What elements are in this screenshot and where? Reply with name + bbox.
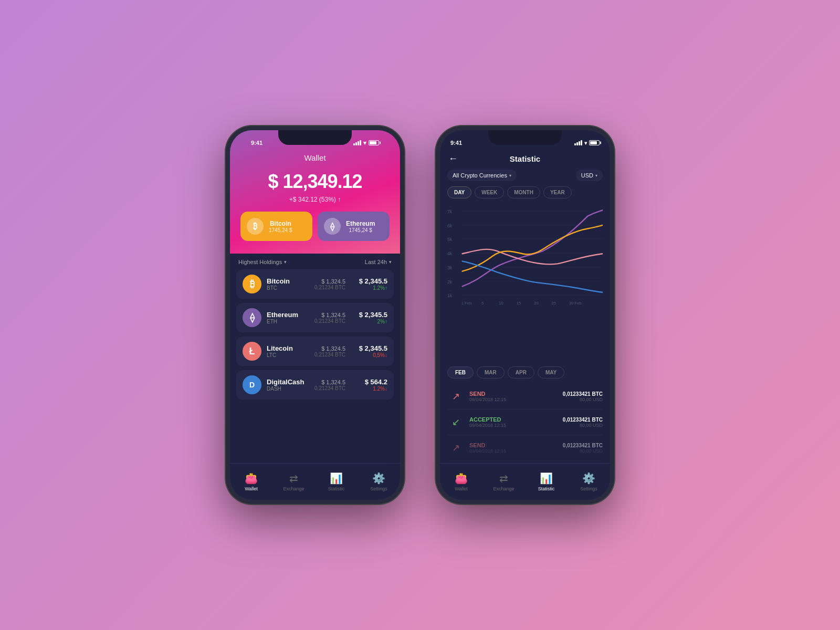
currency-filter[interactable]: All Crypto Currencies ▾ (447, 170, 517, 181)
period-tab-day[interactable]: DAY (447, 186, 471, 198)
bottom-nav-wallet: 👛 Wallet ⇄ Exchange 📊 Statistic ⚙️ Setti… (230, 463, 400, 500)
tx-type-1: ACCEPTED (469, 416, 558, 423)
bitcoin-card-val: 1745,24 $ (269, 227, 292, 233)
stat-nav-wallet[interactable]: 👛 Wallet (440, 472, 482, 491)
stat-title: Statistic (510, 154, 540, 163)
btc-amount: 0,21234 BTC (309, 285, 345, 290)
statistic-nav-label: Statistic (328, 486, 345, 491)
tx-send-icon-0: ↗ (447, 388, 464, 405)
eth-symbol: ETH (267, 319, 303, 324)
eth-right: $ 2,345.5 2%↑ (351, 311, 387, 324)
tx-date-1: 09/04/2018 12:15 (469, 423, 558, 428)
svg-text:25: 25 (552, 301, 556, 306)
month-tab-feb[interactable]: FEB (447, 366, 474, 379)
wallet-header: 9:41 ▾ Wallet $ 12,349.12 +$ 342.12 (53%… (230, 130, 400, 254)
svg-text:4k: 4k (447, 251, 453, 256)
wallet-nav-label: Wallet (245, 486, 258, 491)
tx-row-1[interactable]: ↙ ACCEPTED 09/04/2018 12:15 0,01233421 B… (447, 410, 603, 435)
eth-price1: $ 1,324.5 (309, 312, 345, 318)
tx-amount-0: 0,01233421 BTC 80,00 USD (563, 391, 603, 402)
ltc-icon: Ł (243, 342, 261, 361)
settings-nav-label: Settings (370, 486, 387, 491)
tx-date-2: 09/04/2018 12:15 (469, 448, 558, 454)
btc-mid: $ 1,324.5 0,21234 BTC (309, 278, 345, 290)
tx-row-2[interactable]: ↗ SEND 09/04/2018 12:15 0,01233421 BTC 8… (447, 435, 603, 461)
stat-battery-icon (589, 140, 600, 145)
tx-usd-2: 80,00 USD (563, 448, 603, 454)
currency-type-label: USD (581, 172, 593, 178)
stat-statistic-label: Statistic (538, 486, 555, 491)
svg-text:3k: 3k (447, 265, 453, 270)
btc-info: Bitcoin BTC (267, 277, 303, 291)
ethereum-card[interactable]: ⟠ Ethereum 1745,24 $ (318, 212, 390, 241)
tx-usd-1: 80,00 USD (563, 423, 603, 428)
dash-right: $ 564.2 1.2%↓ (351, 378, 387, 392)
eth-info: Ethereum ETH (267, 311, 303, 324)
btc-right: $ 2,345.5 1.2%↑ (351, 277, 387, 291)
ltc-info: Litecoin LTC (267, 344, 303, 358)
ltc-price2: $ 2,345.5 (351, 344, 387, 352)
coin-row-eth[interactable]: ⟠ Ethereum ETH $ 1,324.5 0,21234 BTC $ 2… (236, 303, 394, 332)
nav-statistic[interactable]: 📊 Statistic (315, 472, 358, 491)
bitcoin-card-info: Bitcoin 1745,24 $ (269, 220, 292, 233)
dash-change: 1.2%↓ (351, 386, 387, 392)
currency-chevron: ▾ (509, 173, 511, 178)
chart-area: 7k 6k 5k 4k 3k 2k 1k 1 Feb 5 10 15 (440, 202, 610, 363)
tx-accepted-icon-1: ↙ (447, 414, 464, 430)
month-tabs: FEB MAR APR MAY (440, 363, 610, 382)
coin-row-ltc[interactable]: Ł Litecoin LTC $ 1,324.5 0,21234 BTC $ 2… (236, 337, 394, 366)
month-tab-may[interactable]: MAY (538, 366, 564, 379)
bottom-nav-stat: 👛 Wallet ⇄ Exchange 📊 Statistic ⚙️ Setti… (440, 463, 610, 500)
tx-usd-0: 80,00 USD (563, 397, 603, 402)
time-chevron: ▾ (389, 259, 392, 265)
currency-type-chevron: ▾ (595, 173, 597, 178)
stat-nav-statistic[interactable]: 📊 Statistic (525, 472, 568, 491)
stat-settings-icon: ⚙️ (582, 472, 595, 485)
status-time: 9:41 (251, 140, 262, 146)
coin-list-section: Highest Holdings ▾ Last 24h ▾ ₿ Bitcoin … (230, 254, 400, 463)
period-tabs: DAY WEEK MONTH YEAR (440, 183, 610, 202)
tx-btc-2: 0,01233421 BTC (563, 443, 603, 448)
svg-text:30 Feb: 30 Feb (569, 301, 582, 306)
nav-wallet[interactable]: 👛 Wallet (230, 472, 272, 491)
stat-time: 9:41 (450, 140, 462, 146)
nav-settings[interactable]: ⚙️ Settings (358, 472, 400, 491)
period-tab-month[interactable]: MONTH (507, 186, 540, 198)
svg-text:5k: 5k (447, 237, 453, 242)
tx-row-0[interactable]: ↗ SEND 09/04/2018 12:15 0,01233421 BTC 8… (447, 384, 603, 410)
btc-symbol: BTC (267, 285, 303, 291)
month-tab-apr[interactable]: APR (508, 366, 534, 379)
coin-row-btc[interactable]: ₿ Bitcoin BTC $ 1,324.5 0,21234 BTC $ 2,… (236, 269, 394, 299)
stat-screen: ← Statistic All Crypto Currencies ▾ USD … (440, 151, 610, 500)
period-tab-year[interactable]: YEAR (543, 186, 572, 198)
svg-text:6k: 6k (447, 223, 453, 228)
dash-name: DigitalCash (267, 378, 304, 386)
ethereum-card-info: Ethereum 1745,24 $ (346, 220, 375, 233)
btc-price1: $ 1,324.5 (309, 278, 345, 285)
ethereum-card-val: 1745,24 $ (346, 227, 375, 233)
ethereum-icon: ⟠ (324, 218, 341, 235)
notch (278, 130, 352, 145)
dash-icon: D (243, 375, 261, 394)
stat-exchange-label: Exchange (493, 486, 514, 491)
dash-price2: $ 564.2 (351, 378, 387, 386)
stat-wallet-icon: 👛 (455, 472, 468, 485)
crypto-cards: ₿ Bitcoin 1745,24 $ ⟠ Ethereum 1745,24 $ (240, 212, 390, 241)
nav-exchange[interactable]: ⇄ Exchange (272, 472, 315, 491)
coin-row-dash[interactable]: D DigitalCash DASH $ 1,324.5 0,21234 BTC… (236, 370, 394, 400)
btc-change: 1.2%↑ (351, 285, 387, 291)
stat-wallet-label: Wallet (455, 486, 468, 491)
tx-type-2: SEND (469, 442, 558, 448)
month-tab-mar[interactable]: MAR (477, 366, 505, 379)
bitcoin-card[interactable]: ₿ Bitcoin 1745,24 $ (240, 212, 312, 241)
period-tab-week[interactable]: WEEK (475, 186, 504, 198)
status-icons: ▾ (353, 140, 379, 146)
btc-name: Bitcoin (267, 277, 303, 285)
btc-price2: $ 2,345.5 (351, 277, 387, 285)
wallet-screen: 9:41 ▾ Wallet $ 12,349.12 +$ 342.12 (53%… (230, 130, 400, 500)
stat-nav-exchange[interactable]: ⇄ Exchange (482, 472, 525, 491)
stat-nav-settings[interactable]: ⚙️ Settings (568, 472, 610, 491)
currency-type-filter[interactable]: USD ▾ (576, 170, 603, 181)
back-button[interactable]: ← (448, 153, 458, 164)
chart-svg: 7k 6k 5k 4k 3k 2k 1k 1 Feb 5 10 15 (447, 204, 603, 309)
